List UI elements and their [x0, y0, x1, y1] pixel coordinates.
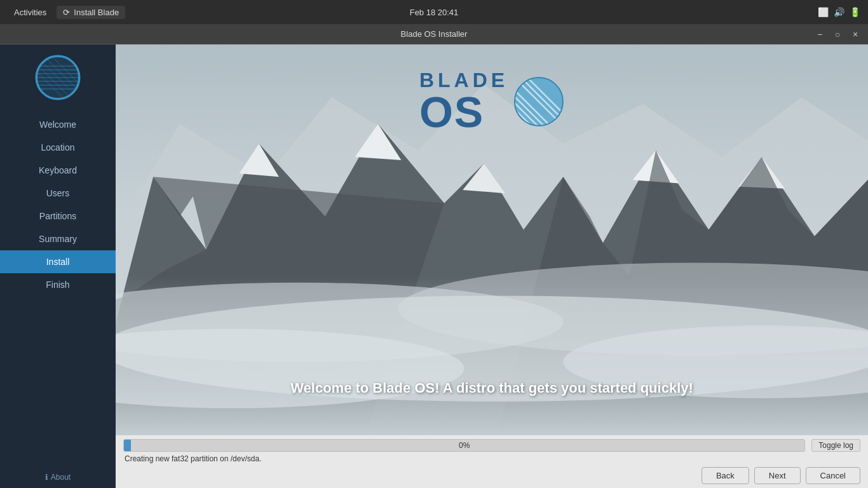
os-text: OS	[419, 90, 484, 133]
window-title: Blade OS Installer	[401, 29, 468, 39]
restore-button[interactable]: ○	[830, 27, 845, 42]
content-area: BLADE OS	[116, 44, 868, 488]
sidebar-item-users[interactable]: Users	[0, 182, 116, 205]
sidebar-nav: Welcome Location Keyboard Users Partitio…	[0, 113, 116, 296]
volume-icon[interactable]: 🔊	[834, 7, 844, 17]
status-text: Creating new fat32 partition on /dev/sda…	[123, 454, 860, 463]
install-blade-button[interactable]: ⟳ Install Blade	[57, 6, 125, 19]
progress-wrapper: 0%	[123, 439, 805, 452]
sidebar-item-install[interactable]: Install	[0, 250, 116, 273]
sidebar-item-summary[interactable]: Summary	[0, 227, 116, 250]
blade-os-logo: BLADE OS	[419, 70, 564, 133]
main-content: Welcome Location Keyboard Users Partitio…	[0, 44, 868, 488]
nav-buttons: Back Next Cancel	[123, 467, 860, 484]
topbar: Activities ⟳ Install Blade Feb 18 20:41 …	[0, 0, 868, 24]
activities-button[interactable]: Activities	[8, 5, 53, 20]
battery-icon[interactable]: 🔋	[850, 7, 860, 17]
back-button[interactable]: Back	[702, 467, 749, 484]
next-button[interactable]: Next	[754, 467, 801, 484]
window-titlebar: Blade OS Installer − ○ ×	[0, 24, 868, 44]
topbar-datetime: Feb 18 20:41	[410, 8, 459, 17]
installer-window: Blade OS Installer − ○ ×	[0, 24, 868, 488]
info-icon: ℹ	[45, 473, 48, 482]
blade-circle-icon	[513, 76, 564, 127]
sidebar-logo	[35, 55, 81, 100]
bottom-bar: 0% Toggle log Creating new fat32 partiti…	[116, 435, 868, 488]
install-icon: ⟳	[63, 8, 70, 17]
toggle-log-button[interactable]: Toggle log	[811, 439, 860, 452]
sidebar-item-finish[interactable]: Finish	[0, 273, 116, 296]
progress-row: 0% Toggle log	[123, 439, 860, 452]
minimize-button[interactable]: −	[812, 27, 827, 42]
cancel-button[interactable]: Cancel	[806, 467, 860, 484]
about-button[interactable]: ℹ About	[0, 466, 116, 488]
sidebar-item-partitions[interactable]: Partitions	[0, 205, 116, 227]
sidebar-item-welcome[interactable]: Welcome	[0, 113, 116, 136]
sidebar-item-location[interactable]: Location	[0, 136, 116, 159]
sidebar: Welcome Location Keyboard Users Partitio…	[0, 44, 116, 488]
hero-image: BLADE OS	[116, 44, 868, 435]
progress-bar-background	[123, 439, 805, 452]
welcome-text: Welcome to Blade OS! A distro that gets …	[290, 380, 693, 396]
progress-bar-fill	[124, 440, 131, 451]
monitor-icon[interactable]: ⬜	[818, 7, 829, 17]
sidebar-item-keyboard[interactable]: Keyboard	[0, 159, 116, 182]
close-button[interactable]: ×	[848, 27, 863, 42]
